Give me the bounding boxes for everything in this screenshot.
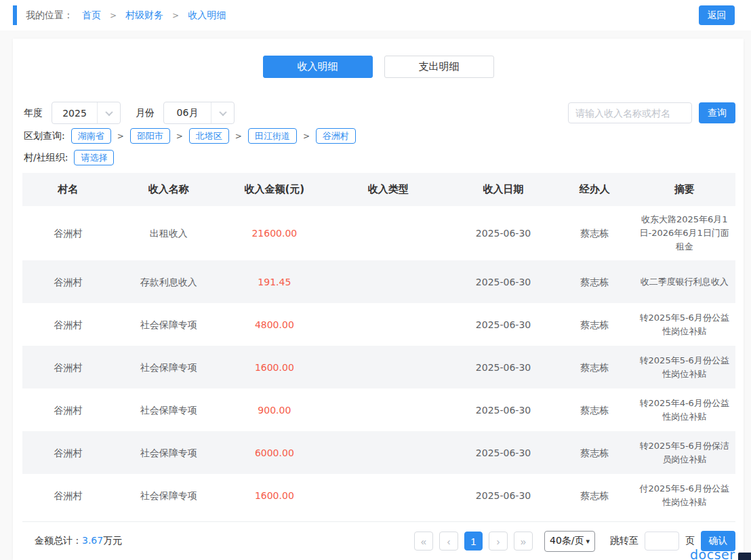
tab-income-detail[interactable]: 收入明细	[263, 56, 373, 78]
prev-page-button[interactable]: ‹	[439, 532, 458, 551]
cell-amount: 191.45	[224, 260, 325, 303]
select-arrow-icon: ▾	[586, 537, 590, 546]
page-size-value: 40条/页	[550, 535, 584, 547]
next-page-button[interactable]: ›	[489, 532, 508, 551]
org-filter-row: 村/社组织: 请选择	[24, 150, 114, 165]
table-header-row: 村名收入名称收入金额(元)收入类型收入日期经办人摘要	[22, 173, 735, 206]
cell-type	[325, 474, 451, 517]
column-header: 收入名称	[114, 173, 224, 206]
region-chip-2[interactable]: 北塔区	[189, 128, 229, 144]
watermark-text: docser	[690, 547, 735, 560]
cell-date: 2025-06-30	[451, 346, 556, 388]
breadcrumb-home[interactable]: 首页	[82, 9, 101, 22]
page-size-select[interactable]: 40条/页 ▾	[544, 531, 595, 552]
cell-date: 2025-06-30	[451, 303, 556, 346]
pagination: « ‹ 1 › » 40条/页 ▾ 跳转至 页 确认	[414, 531, 735, 552]
tab-bar: 收入明细 支出明细	[13, 56, 744, 78]
column-header: 收入日期	[451, 173, 556, 206]
total-amount: 金额总计：3.67万元	[35, 535, 122, 547]
region-chip-0[interactable]: 湖南省	[71, 128, 111, 144]
table-row: 谷洲村社会保障专项4800.002025-06-30蔡志栋转2025年5-6月份…	[22, 303, 735, 346]
total-unit: 万元	[103, 535, 122, 546]
back-button[interactable]: 返回	[699, 5, 735, 25]
cell-name: 社会保障专项	[114, 431, 224, 474]
table-footer: 金额总计：3.67万元 « ‹ 1 › » 40条/页 ▾ 跳转至 页 确认	[22, 521, 735, 560]
cell-summary: 转2025年5-6月份公益性岗位补贴	[634, 303, 736, 346]
year-label: 年度	[24, 107, 43, 119]
cell-amount: 1600.00	[224, 346, 325, 388]
page-unit-label: 页	[685, 535, 695, 547]
cell-name: 出租收入	[114, 206, 224, 260]
cell-date: 2025-06-30	[451, 474, 556, 517]
table-body: 谷洲村出租收入21600.002025-06-30蔡志栋收东大路2025年6月1…	[22, 206, 735, 517]
cell-village: 谷洲村	[22, 474, 114, 517]
month-select[interactable]: 06月	[163, 102, 235, 124]
current-page-button[interactable]: 1	[464, 532, 483, 551]
table-row: 谷洲村存款利息收入191.452025-06-30蔡志栋收二季度银行利息收入	[22, 260, 735, 303]
breadcrumb-income-detail[interactable]: 收入明细	[188, 9, 226, 22]
cell-summary: 收东大路2025年6月1日-2026年6月1日门面租金	[634, 206, 736, 260]
breadcrumb-village-finance[interactable]: 村级财务	[125, 9, 163, 22]
region-chip-4[interactable]: 谷洲村	[316, 128, 356, 144]
cell-operator: 蔡志栋	[556, 474, 634, 517]
cell-village: 谷洲村	[22, 346, 114, 388]
cell-operator: 蔡志栋	[556, 206, 634, 260]
filter-row: 年度 2025 月份 06月 查询	[24, 102, 735, 124]
cell-operator: 蔡志栋	[556, 431, 634, 474]
column-header: 收入类型	[325, 173, 451, 206]
cell-village: 谷洲村	[22, 388, 114, 431]
column-header: 村名	[22, 173, 114, 206]
watermark-fragment	[738, 553, 751, 560]
column-header: 经办人	[556, 173, 634, 206]
jump-label: 跳转至	[610, 535, 638, 547]
cell-date: 2025-06-30	[451, 431, 556, 474]
region-filter-row: 区划查询: 湖南省>邵阳市>北塔区>田江街道>谷洲村	[24, 128, 356, 144]
region-chip-3[interactable]: 田江街道	[248, 128, 297, 144]
cell-type	[325, 260, 451, 303]
month-select-value: 06月	[164, 107, 211, 119]
cell-operator: 蔡志栋	[556, 388, 634, 431]
breadcrumb-separator: >	[172, 11, 179, 20]
cell-amount: 21600.00	[224, 206, 325, 260]
cell-name: 社会保障专项	[114, 303, 224, 346]
chevron-down-icon	[97, 102, 120, 123]
cell-village: 谷洲村	[22, 260, 114, 303]
org-label: 村/社组织:	[24, 152, 68, 164]
total-value: 3.67	[82, 535, 103, 546]
cell-name: 社会保障专项	[114, 346, 224, 388]
tab-expense-detail[interactable]: 支出明细	[384, 56, 494, 78]
table-row: 谷洲村社会保障专项900.002025-06-30蔡志栋转2025年4-6月份公…	[22, 388, 735, 431]
column-header: 收入金额(元)	[224, 173, 325, 206]
region-chip-1[interactable]: 邵阳市	[130, 128, 170, 144]
cell-operator: 蔡志栋	[556, 346, 634, 388]
chevron-down-icon	[211, 102, 234, 123]
cell-date: 2025-06-30	[451, 206, 556, 260]
last-page-button[interactable]: »	[514, 532, 533, 551]
first-page-button[interactable]: «	[414, 532, 433, 551]
cell-village: 谷洲村	[22, 303, 114, 346]
income-table: 村名收入名称收入金额(元)收入类型收入日期经办人摘要 谷洲村出租收入21600.…	[22, 173, 735, 517]
query-button[interactable]: 查询	[699, 102, 735, 123]
jump-page-input[interactable]	[645, 532, 679, 551]
org-select-button[interactable]: 请选择	[74, 150, 114, 165]
accent-bar	[13, 5, 17, 25]
chip-separator: >	[235, 132, 242, 141]
breadcrumb-bar: 我的位置： 首页 > 村级财务 > 收入明细 返回	[0, 0, 751, 31]
breadcrumb: 我的位置： 首页 > 村级财务 > 收入明细	[26, 0, 226, 31]
region-label: 区划查询:	[24, 130, 65, 142]
cell-date: 2025-06-30	[451, 260, 556, 303]
cell-village: 谷洲村	[22, 206, 114, 260]
breadcrumb-prefix: 我的位置：	[26, 9, 73, 22]
year-select[interactable]: 2025	[52, 102, 121, 124]
cell-type	[325, 431, 451, 474]
region-chips: 湖南省>邵阳市>北塔区>田江街道>谷洲村	[71, 128, 356, 144]
cell-village: 谷洲村	[22, 431, 114, 474]
cell-summary: 转2025年4-6月份公益性岗位补贴	[634, 388, 736, 431]
breadcrumb-separator: >	[110, 11, 117, 20]
cell-operator: 蔡志栋	[556, 303, 634, 346]
cell-summary: 付2025年5-6月份公益性岗位补贴	[634, 474, 736, 517]
year-select-value: 2025	[52, 108, 97, 119]
table-row: 谷洲村出租收入21600.002025-06-30蔡志栋收东大路2025年6月1…	[22, 206, 735, 260]
search-input[interactable]	[568, 102, 692, 123]
cell-type	[325, 206, 451, 260]
